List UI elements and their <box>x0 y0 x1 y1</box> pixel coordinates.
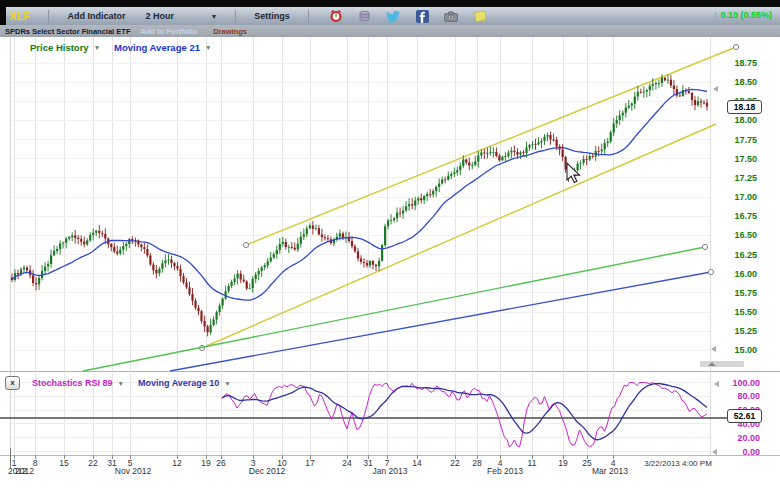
axis-marker-icon <box>713 86 718 92</box>
trendline-handle <box>708 269 713 274</box>
x-axis-day-label: 11 <box>528 458 537 468</box>
stoch-axis-label: 100.00 <box>732 378 760 388</box>
price-axis-label: 17.50 <box>734 154 757 164</box>
price-axis-label: 18.00 <box>734 115 757 125</box>
x-axis-month-label: Dec 2012 <box>249 466 286 476</box>
price-axis-label: 16.50 <box>734 230 757 240</box>
chevron-down-icon[interactable]: ▼ <box>118 380 124 387</box>
trendline-handle <box>243 242 248 247</box>
splitter-corner <box>700 361 744 367</box>
x-axis-day-label: 22 <box>450 458 460 468</box>
axis-marker-icon <box>714 381 719 387</box>
x-axis-day-label: 15 <box>59 458 69 468</box>
stoch-axis-label: 0.00 <box>742 447 760 457</box>
x-axis-day-label: 12 <box>172 458 182 468</box>
price-axis-label: 18.50 <box>734 77 757 87</box>
trendline-channel-lower <box>202 124 716 348</box>
price-axis-label: 15.75 <box>734 288 757 298</box>
last-bar-timestamp: 3/22/2013 4:00 PM <box>644 459 712 468</box>
price-axis-label: 17.25 <box>734 173 757 183</box>
price-axis-label: 17.00 <box>734 192 757 202</box>
trendline-channel-upper <box>246 47 736 245</box>
price-history-dropdown[interactable]: Price History <box>30 42 89 53</box>
x-axis-day-label: 24 <box>342 458 352 468</box>
price-axis-label: 15.25 <box>734 326 757 336</box>
chevron-down-icon[interactable]: ▼ <box>205 44 211 51</box>
chevron-down-icon[interactable]: ▼ <box>224 380 230 387</box>
x-axis-month-label: Nov 2012 <box>115 466 152 476</box>
x-axis-day-label: 25 <box>582 458 592 468</box>
candles-down-wicks <box>12 75 707 337</box>
x-axis-month-label: Feb 2013 <box>487 466 523 476</box>
price-axis-label: 15.00 <box>734 345 757 355</box>
trendline-handle <box>733 44 738 49</box>
x-axis-day-label: 28 <box>472 458 482 468</box>
candles-up-bodies <box>14 78 699 333</box>
x-axis-month-label: 2012 <box>15 466 34 476</box>
last-price-box: 18.18 <box>727 100 762 114</box>
x-axis-month-label: Jan 2013 <box>373 466 408 476</box>
close-pane-button[interactable]: x <box>5 376 20 390</box>
candles-up-wicks <box>15 74 698 335</box>
stochastics-rsi-dropdown[interactable]: Stochastics RSI 89 <box>32 378 113 388</box>
candles-down-bodies <box>11 78 708 332</box>
chevron-down-icon[interactable]: ▼ <box>94 44 100 51</box>
trendline-handle <box>702 244 707 249</box>
trading-app-window: XLF Add Indicator 2 Hour ▼ Settings ↑ 0.… <box>0 0 780 489</box>
moving-average-10-dropdown[interactable]: Moving Average 10 <box>138 378 219 388</box>
axis-marker-icon <box>711 346 716 352</box>
x-axis-day-label: 17 <box>305 458 315 468</box>
price-axis-label: 16.00 <box>734 269 757 279</box>
x-axis-day-label: 22 <box>88 458 98 468</box>
moving-average-21-line <box>12 90 707 301</box>
stoch-axis-label: 80.00 <box>737 391 760 401</box>
moving-average-21-dropdown[interactable]: Moving Average 21 <box>114 42 200 53</box>
price-axis-label: 18.75 <box>734 58 757 68</box>
x-axis-day-label: 19 <box>201 458 211 468</box>
price-axis-label: 15.50 <box>734 307 757 317</box>
x-axis-month-label: Mar 2013 <box>592 466 628 476</box>
stoch-axis-label: 20.00 <box>737 433 760 443</box>
trendline-support-blue <box>170 272 711 371</box>
x-axis-day-label: 19 <box>558 458 568 468</box>
price-axis-label: 16.75 <box>734 211 757 221</box>
trendline-support-green <box>83 247 705 371</box>
price-axis-label: 17.75 <box>734 135 757 145</box>
x-axis-day-label: 26 <box>216 458 226 468</box>
price-pane-header: Price History ▼ Moving Average 21 ▼ <box>30 40 211 54</box>
axis-marker-icon <box>712 449 717 455</box>
last-stoch-value-box: 52.61 <box>727 409 762 423</box>
x-axis-day-label: 14 <box>412 458 422 468</box>
price-axis-label: 16.25 <box>734 250 757 260</box>
chart-canvas[interactable]: 18.7518.5018.2518.0017.7517.5017.2517.00… <box>0 0 780 489</box>
stoch-pane-header: x Stochastics RSI 89 ▼ Moving Average 10… <box>5 376 231 390</box>
